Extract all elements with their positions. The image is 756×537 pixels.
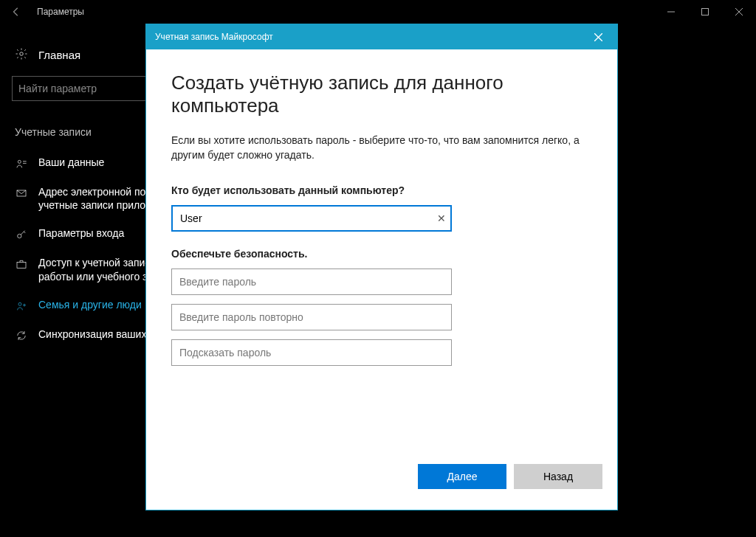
maximize-button[interactable]	[688, 0, 722, 24]
sidebar-item-label: Ваши данные	[38, 156, 104, 169]
svg-point-11	[18, 302, 21, 305]
sync-icon	[15, 329, 28, 342]
people-icon	[15, 299, 28, 313]
close-icon	[594, 33, 602, 41]
back-button[interactable]	[4, 0, 28, 24]
sidebar-item-label: Семья и другие люди	[38, 298, 142, 311]
dialog-header-title: Учетная запись Майкрософт	[155, 32, 273, 42]
dialog-footer: Далее Назад	[146, 458, 617, 510]
security-label: Обеспечьте безопасность.	[171, 248, 592, 260]
window-title: Параметры	[37, 7, 84, 17]
person-icon	[15, 157, 28, 170]
close-window-button[interactable]	[722, 0, 756, 24]
next-button[interactable]: Далее	[418, 464, 506, 489]
svg-point-9	[18, 235, 21, 238]
settings-window: Параметры Главная Найти параметр Учетные…	[0, 0, 756, 537]
svg-rect-1	[702, 9, 709, 15]
username-input[interactable]	[171, 205, 452, 232]
mail-icon	[15, 187, 28, 200]
password-input[interactable]	[171, 268, 452, 295]
home-label: Главная	[38, 49, 80, 61]
ms-account-dialog: Учетная запись Майкрософт Создать учётну…	[145, 24, 618, 510]
svg-point-5	[18, 160, 21, 163]
search-placeholder: Найти параметр	[18, 83, 97, 94]
password-hint-input[interactable]	[171, 339, 452, 366]
svg-point-4	[20, 52, 24, 56]
dialog-body: Создать учётную запись для данного компь…	[146, 49, 617, 458]
titlebar: Параметры	[0, 0, 756, 24]
clear-input-button[interactable]: ✕	[437, 212, 446, 224]
username-label: Кто будет использовать данный компьютер?	[171, 184, 592, 196]
dialog-title: Создать учётную запись для данного компь…	[171, 72, 592, 117]
sidebar-item-label: Параметры входа	[38, 226, 124, 240]
dialog-close-button[interactable]	[588, 27, 608, 47]
svg-rect-10	[17, 263, 26, 268]
gear-icon	[15, 47, 28, 63]
back-button[interactable]: Назад	[514, 464, 602, 489]
dialog-header: Учетная запись Майкрософт	[146, 24, 617, 49]
dialog-description: Если вы хотите использовать пароль - выб…	[171, 134, 592, 162]
minimize-button[interactable]	[654, 0, 688, 24]
briefcase-icon	[15, 257, 28, 271]
key-icon	[15, 228, 28, 241]
password-confirm-input[interactable]	[171, 304, 452, 330]
